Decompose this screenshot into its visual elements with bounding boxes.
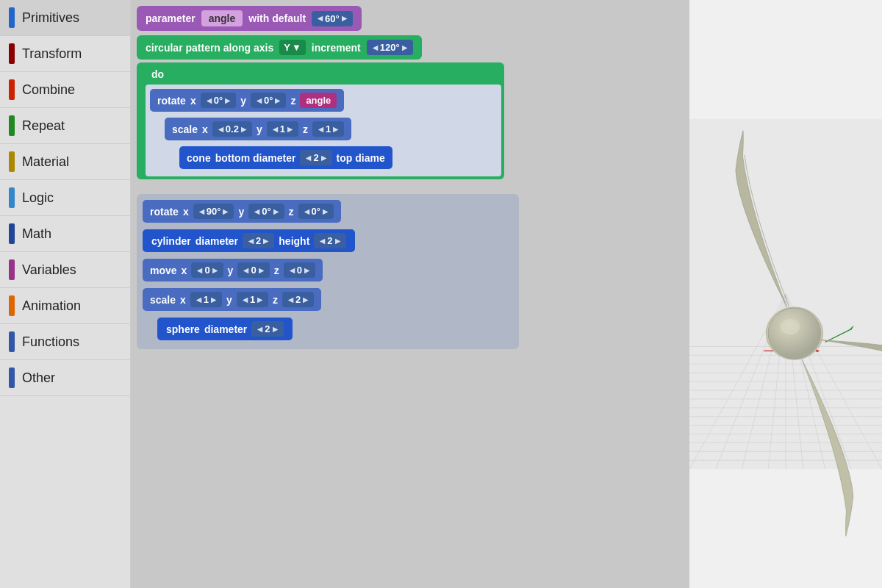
move1-y-val[interactable]: 0 — [237, 262, 269, 278]
scale2-x-label: x — [180, 294, 186, 306]
cone1-label: cone — [187, 152, 211, 164]
sidebar-item-combine[interactable]: Combine — [0, 72, 130, 108]
sidebar-item-label: Transform — [22, 46, 82, 62]
sidebar-item-repeat[interactable]: Repeat — [0, 108, 130, 144]
move1-block[interactable]: move x 0 y 0 z 0 — [143, 259, 323, 282]
rotate2-label: rotate — [150, 206, 179, 218]
circ-label: circular pattern along axis — [146, 42, 273, 54]
rotate1-label: rotate — [157, 95, 186, 107]
sidebar-item-label: Math — [22, 226, 51, 242]
rotate1-x-label: x — [190, 95, 196, 107]
sidebar-color-bar — [9, 115, 15, 136]
rotate1-z-label: z — [290, 95, 295, 107]
rotate2-row: rotate x 90° y 0° z 0° — [143, 200, 513, 223]
sidebar-color-bar — [9, 7, 15, 28]
sidebar-item-label: Functions — [22, 334, 79, 350]
rotate2-y-val[interactable]: 0° — [248, 204, 284, 219]
sidebar-color-bar — [9, 151, 15, 172]
move1-z-label: z — [274, 265, 279, 276]
svg-point-31 — [781, 319, 800, 334]
do-block-row: do rotate x 0° y 0° z angle — [137, 62, 684, 179]
sidebar-color-bar — [9, 223, 15, 244]
rotate2-z-val[interactable]: 0° — [298, 204, 334, 219]
move1-z-val[interactable]: 0 — [284, 262, 315, 278]
param-name: angle — [201, 10, 243, 26]
with-default-label: with default — [248, 12, 306, 24]
sidebar-item-label: Logic — [22, 190, 54, 206]
scale1-label: scale — [172, 123, 198, 135]
block-editor[interactable]: parameter angle with default 60° circula… — [131, 0, 689, 588]
param-block[interactable]: parameter angle with default 60° — [137, 6, 362, 31]
scale1-x-val[interactable]: 0.2 — [212, 121, 252, 137]
increment-value[interactable]: 120° — [367, 40, 413, 55]
cylinder1-height-val[interactable]: 2 — [314, 233, 345, 248]
scale1-z-label: z — [303, 123, 308, 135]
cylinder1-block[interactable]: cylinder diameter 2 height 2 — [143, 229, 355, 252]
axis-select[interactable]: Y ▼ — [279, 40, 306, 55]
scale2-y-val[interactable]: 1 — [237, 292, 268, 307]
sidebar-item-functions[interactable]: Functions — [0, 324, 130, 360]
param-label: parameter — [146, 12, 196, 24]
rotate2-block[interactable]: rotate x 90° y 0° z 0° — [143, 200, 341, 223]
sphere1-row: sphere diameter 2 — [143, 318, 513, 340]
cone1-block[interactable]: cone bottom diameter 2 top diame — [179, 146, 392, 169]
sphere1-label: sphere — [166, 323, 200, 335]
scale2-x-val[interactable]: 1 — [190, 292, 222, 307]
cylinder1-diam-label: diameter — [196, 235, 238, 247]
scale1-row: scale x 0.2 y 1 z 1 — [165, 118, 497, 140]
sidebar-item-transform[interactable]: Transform — [0, 36, 130, 72]
sphere1-block[interactable]: sphere diameter 2 — [157, 318, 293, 340]
scale1-x-label: x — [202, 123, 208, 135]
sidebar-item-label: Primitives — [22, 10, 79, 26]
do-container: do rotate x 0° y 0° z angle — [137, 62, 504, 179]
move1-x-val[interactable]: 0 — [191, 262, 223, 278]
do-inner: rotate x 0° y 0° z angle scale — [146, 85, 501, 176]
sidebar-item-animation[interactable]: Animation — [0, 288, 130, 324]
param-block-row: parameter angle with default 60° — [137, 6, 684, 31]
rotate2-y-label: y — [238, 206, 244, 218]
sidebar-item-math[interactable]: Math — [0, 216, 130, 252]
sidebar-item-material[interactable]: Material — [0, 144, 130, 180]
rotate1-block[interactable]: rotate x 0° y 0° z angle — [150, 89, 344, 112]
sidebar-item-logic[interactable]: Logic — [0, 180, 130, 216]
scale1-y-val[interactable]: 1 — [267, 121, 298, 137]
rotate1-z-val[interactable]: angle — [300, 93, 337, 108]
sphere1-diam-val[interactable]: 2 — [251, 321, 283, 337]
cone1-bottom-val[interactable]: 2 — [300, 150, 331, 165]
move1-row: move x 0 y 0 z 0 — [143, 259, 513, 282]
sidebar-item-primitives[interactable]: Primitives — [0, 0, 130, 36]
rotate1-x-val[interactable]: 0° — [201, 93, 236, 108]
sidebar-item-label: Repeat — [22, 118, 65, 134]
sidebar-color-bar — [9, 43, 15, 64]
3d-viewport[interactable] — [689, 0, 882, 588]
sidebar-item-variables[interactable]: Variables — [0, 252, 130, 288]
cone1-bottom-label: bottom diameter — [215, 152, 296, 164]
sidebar: PrimitivesTransformCombineRepeatMaterial… — [0, 0, 131, 588]
cylinder1-row: cylinder diameter 2 height 2 — [143, 229, 513, 252]
param-default-value[interactable]: 60° — [312, 11, 353, 26]
increment-label: increment — [312, 42, 361, 54]
circ-pattern-block[interactable]: circular pattern along axis Y ▼ incremen… — [137, 35, 422, 60]
scale1-y-label: y — [257, 123, 262, 135]
scale2-block[interactable]: scale x 1 y 1 z 2 — [143, 288, 321, 311]
cone1-row: cone bottom diameter 2 top diame — [179, 146, 497, 169]
sidebar-item-label: Material — [22, 154, 69, 170]
circ-block-row: circular pattern along axis Y ▼ incremen… — [137, 35, 684, 60]
rotate1-y-label: y — [240, 95, 246, 107]
scale2-z-val[interactable]: 2 — [282, 292, 314, 307]
do-label: do — [146, 65, 504, 85]
rotate1-y-val[interactable]: 0° — [251, 93, 286, 108]
scale1-block[interactable]: scale x 0.2 y 1 z 1 — [165, 118, 351, 140]
sidebar-color-bar — [9, 368, 15, 388]
sidebar-item-other[interactable]: Other — [0, 360, 130, 396]
cylinder1-diam-val[interactable]: 2 — [243, 233, 274, 248]
sidebar-item-label: Variables — [22, 262, 76, 278]
sidebar-item-label: Animation — [22, 298, 81, 314]
scale1-z-val[interactable]: 1 — [312, 121, 344, 137]
move1-label: move — [150, 265, 177, 276]
rotate2-x-val[interactable]: 90° — [193, 204, 234, 219]
sidebar-color-bar — [9, 331, 15, 352]
sidebar-color-bar — [9, 187, 15, 208]
main: parameter angle with default 60° circula… — [131, 0, 882, 588]
cone1-top-label: top diame — [337, 152, 385, 164]
